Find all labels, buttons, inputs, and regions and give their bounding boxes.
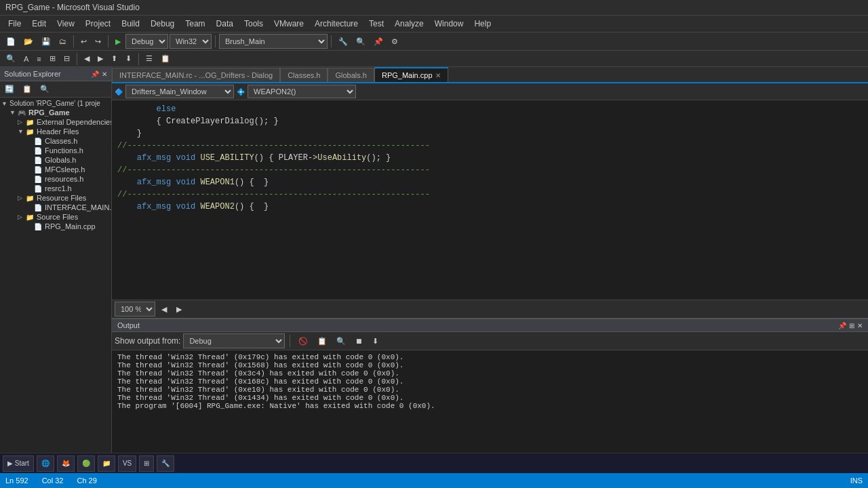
menu-view[interactable]: View [52,17,80,30]
taskbar-chrome[interactable]: 🟢 [77,455,95,472]
dropdowns-row: 🔷 Drifters_Main_Window 💠 WEAPON2() [112,83,868,100]
classesh-label: Classes.h [45,137,77,145]
menu-debug[interactable]: Debug [145,17,180,30]
code-line-2: { CreatePlayerDialog(); } [117,115,863,127]
toolbar-misc1[interactable]: 🔧 [335,35,351,48]
tab-close-icon[interactable]: ✕ [435,72,441,79]
taskbar-firefox[interactable]: 🦊 [57,455,75,472]
se-globals-h[interactable]: 📄 Globals.h [1,155,110,165]
output-undock-icon[interactable]: ⊞ [849,322,854,329]
menu-window[interactable]: Window [429,17,469,30]
se-header-files[interactable]: ▼ 📁 Header Files [1,127,110,136]
tb2-10[interactable]: ☰ [142,52,156,65]
se-source-files[interactable]: ▷ 📁 Source Files [1,212,110,222]
taskbar-cmd[interactable]: ⊞ [139,455,154,472]
run-btn[interactable]: ▶ [112,35,124,48]
redo-btn[interactable]: ↪ [92,35,104,48]
menu-data[interactable]: Data [211,17,239,30]
menu-help[interactable]: Help [469,17,496,30]
se-resources-h[interactable]: 📄 resources.h [1,174,110,184]
method-dropdown[interactable]: WEAPON2() [248,85,356,98]
se-close[interactable]: ✕ [102,70,107,78]
se-resource-files[interactable]: ▷ 📁 Resource Files [1,193,110,203]
scroll-left-btn[interactable]: ◀ [158,303,170,316]
tb2-4[interactable]: ⊞ [46,52,59,65]
se-rpgmain-cpp[interactable]: 📄 RPG_Main.cpp [1,222,110,231]
se-ext-deps[interactable]: ▷ 📁 External Dependencies [1,117,110,127]
tb2-11[interactable]: 📋 [157,52,174,65]
interfacemainrc-label: INTERFACE_MAIN.rc [45,203,111,211]
se-properties[interactable]: 📋 [19,83,35,96]
tb2-9[interactable]: ⬇ [122,52,135,65]
output-message: The thread 'Win32 Thread' (0x1434) has e… [117,394,863,402]
tb2-7[interactable]: ▶ [94,52,106,65]
se-functions-h[interactable]: 📄 Functions.h [1,146,110,155]
taskbar: ▶ Start 🌐 🦊 🟢 📁 VS ⊞ 🔧 [0,453,868,473]
se-header: Solution Explorer 📌 ✕ [0,67,111,81]
class-dropdown[interactable]: Drifters_Main_Window [125,85,234,98]
code-line-1: else [117,103,863,115]
se-mfcsleep-h[interactable]: 📄 MFCsleep.h [1,165,110,174]
output-pin-icon[interactable]: 📌 [838,322,846,329]
tb2-2[interactable]: A [20,53,32,65]
menu-tools[interactable]: Tools [239,17,269,30]
target-dropdown[interactable]: Brush_Main [219,34,328,49]
tab-rpgmain-cpp[interactable]: RPG_Main.cpp ✕ [374,67,448,82]
save-btn[interactable]: 💾 [38,35,54,48]
output-source-dropdown[interactable]: Debug [183,333,285,348]
menu-vmware[interactable]: VMware [269,17,309,30]
se-resrc1-h[interactable]: 📄 resrc1.h [1,184,110,193]
menu-analyze[interactable]: Analyze [389,17,429,30]
menu-architecture[interactable]: Architecture [309,17,363,30]
menu-project[interactable]: Project [80,17,116,30]
headerfiles-icon: 📁 [26,128,35,136]
se-search[interactable]: 🔍 [37,83,53,96]
se-classes-h[interactable]: 📄 Classes.h [1,136,110,146]
resourcefiles-arrow: ▷ [18,195,26,201]
se-pin[interactable]: 📌 [91,70,99,78]
zoom-dropdown[interactable]: 100 % [115,302,155,317]
output-auto-scroll-btn[interactable]: ⬇ [369,335,382,348]
menu-build[interactable]: Build [116,17,145,30]
undo-btn[interactable]: ↩ [77,35,90,48]
resrc1h-label: resrc1.h [45,184,72,192]
tb2-6[interactable]: ◀ [81,52,93,65]
open-btn[interactable]: 📂 [20,35,37,48]
taskbar-ie[interactable]: 🌐 [37,455,54,472]
menu-file[interactable]: File [3,17,26,30]
toolbar-misc4[interactable]: ⚙ [388,35,401,48]
tb2-3[interactable]: ≡ [33,53,44,65]
tab-classes-h[interactable]: Classes.h [280,68,328,82]
toolbar-misc3[interactable]: 📌 [370,35,387,48]
output-stop-btn[interactable]: ⏹ [352,335,366,347]
toolbar-misc2[interactable]: 🔍 [353,35,369,48]
taskbar-misc1[interactable]: 🔧 [157,455,174,472]
menu-team[interactable]: Team [180,17,210,30]
config-dropdown[interactable]: Debug [125,34,168,49]
platform-dropdown[interactable]: Win32 [170,34,212,49]
taskbar-start[interactable]: ▶ Start [3,455,34,472]
tb2-5[interactable]: ⊟ [60,52,73,65]
save-all-btn[interactable]: 🗂 [56,35,70,47]
output-filter-btn[interactable]: 🔍 [333,335,349,348]
tab-interface-main[interactable]: INTERFACE_MAIN.rc - ...OG_Drifters - Dia… [112,68,280,82]
tb2-1[interactable]: 🔍 [3,52,19,65]
se-refresh[interactable]: 🔄 [1,83,18,96]
rpggame-arrow: ▼ [9,109,18,116]
taskbar-vs[interactable]: VS [118,455,136,472]
output-clear-btn[interactable]: 🚫 [295,335,311,348]
scroll-right-btn[interactable]: ▶ [173,303,185,316]
se-rpggame[interactable]: ▼ 🎮 RPG_Game [1,108,110,117]
se-solution-root[interactable]: ▼ Solution 'RPG_Game' (1 proje [1,99,110,108]
new-btn[interactable]: 📄 [3,35,19,48]
output-copy-btn[interactable]: 📋 [314,335,330,348]
output-close-icon[interactable]: ✕ [857,322,863,329]
menu-test[interactable]: Test [363,17,389,30]
tab-globals-h[interactable]: Globals.h [328,68,374,82]
tb2-8[interactable]: ⬆ [108,52,121,65]
se-interface-main-rc[interactable]: 📄 INTERFACE_MAIN.rc [1,203,110,212]
code-editor[interactable]: else { CreatePlayerDialog(); } } //-----… [112,100,868,300]
sep6 [138,53,139,65]
menu-edit[interactable]: Edit [26,17,52,30]
taskbar-folder[interactable]: 📁 [98,455,115,472]
